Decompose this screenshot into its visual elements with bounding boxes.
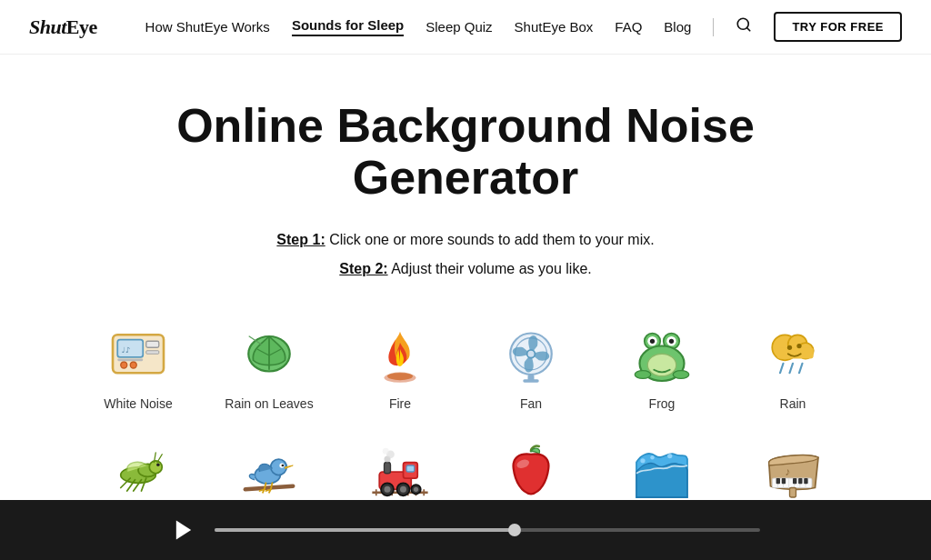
- search-icon: [736, 16, 752, 33]
- sound-item-fire[interactable]: Fire: [335, 313, 466, 422]
- svg-line-51: [245, 486, 294, 490]
- nav-divider: [713, 18, 714, 36]
- fan-label: Fan: [520, 396, 542, 411]
- svg-rect-94: [776, 478, 780, 484]
- svg-rect-8: [117, 359, 143, 362]
- svg-rect-4: [146, 342, 159, 348]
- svg-point-7: [130, 362, 136, 368]
- play-button[interactable]: [171, 517, 196, 543]
- svg-point-16: [387, 373, 413, 381]
- svg-point-27: [669, 339, 674, 344]
- svg-point-6: [121, 362, 127, 368]
- sound-item-white-noise[interactable]: ♩♪ White Noise: [73, 313, 204, 422]
- svg-point-85: [650, 455, 654, 459]
- svg-point-53: [271, 459, 287, 475]
- svg-point-84: [640, 459, 645, 464]
- svg-point-75: [383, 448, 389, 455]
- white-noise-icon: ♩♪: [106, 324, 170, 387]
- rain-on-leaves-label: Rain on Leaves: [225, 396, 313, 411]
- white-noise-label: White Noise: [104, 396, 172, 411]
- sound-item-frog[interactable]: Frog: [596, 313, 727, 422]
- svg-rect-72: [385, 463, 391, 474]
- svg-text:♩♪: ♩♪: [121, 345, 131, 355]
- sound-item-rain-on-leaves[interactable]: Rain on Leaves: [204, 313, 335, 422]
- frog-label: Frog: [649, 396, 676, 411]
- apple-icon: [499, 440, 563, 504]
- instructions: Step 1: Click one or more sounds to add …: [73, 225, 858, 284]
- ocean-sounds-icon: [630, 440, 694, 504]
- svg-rect-95: [782, 478, 786, 484]
- svg-rect-98: [804, 478, 807, 484]
- sound-item-fan[interactable]: Fan: [466, 313, 596, 422]
- svg-rect-97: [798, 478, 802, 484]
- svg-rect-21: [523, 380, 539, 384]
- svg-point-43: [149, 461, 162, 474]
- fire-label: Fire: [389, 396, 411, 411]
- rain-icon: [761, 324, 825, 387]
- step2-text: Adjust their volume as you like.: [388, 261, 592, 276]
- step1-label: Step 1:: [276, 232, 325, 247]
- nav-faq[interactable]: FAQ: [615, 19, 642, 35]
- progress-bar[interactable]: [215, 528, 760, 532]
- player-bar: [0, 500, 931, 560]
- svg-line-1: [747, 27, 750, 30]
- nav-how-it-works[interactable]: How ShutEye Works: [145, 19, 270, 35]
- svg-point-30: [635, 371, 651, 379]
- logo[interactable]: ShutEye: [29, 15, 97, 39]
- train-icon: [368, 440, 432, 504]
- try-for-free-button[interactable]: TRY FOR FREE: [774, 12, 902, 42]
- svg-line-40: [799, 364, 803, 374]
- fire-icon: [368, 324, 432, 387]
- fan-icon: [499, 324, 563, 387]
- svg-rect-96: [793, 478, 796, 484]
- nav-links: How ShutEye Works Sounds for Sleep Sleep…: [145, 12, 902, 42]
- search-button[interactable]: [736, 16, 752, 37]
- page-title: Online Background Noise Generator: [73, 100, 858, 204]
- nav-sounds-for-sleep[interactable]: Sounds for Sleep: [292, 17, 404, 36]
- svg-point-37: [796, 344, 801, 348]
- piano-icon: ♪: [761, 440, 825, 504]
- nav-shuteye-box[interactable]: ShutEye Box: [515, 19, 594, 35]
- svg-point-26: [650, 339, 655, 344]
- navbar: ShutEye How ShutEye Works Sounds for Sle…: [0, 0, 931, 55]
- svg-text:♪: ♪: [785, 465, 790, 478]
- svg-point-86: [667, 454, 672, 458]
- svg-line-38: [780, 364, 784, 374]
- sound-item-rain[interactable]: Rain: [727, 313, 858, 422]
- step2: Step 2: Adjust their volume as you like.: [73, 255, 858, 284]
- svg-rect-99: [790, 488, 796, 498]
- svg-point-82: [414, 487, 418, 492]
- svg-rect-5: [146, 351, 159, 355]
- svg-marker-101: [176, 521, 191, 540]
- svg-point-19: [527, 350, 536, 358]
- svg-point-55: [282, 465, 285, 467]
- cirkets-icon: [106, 440, 170, 504]
- step2-label: Step 2:: [339, 261, 387, 276]
- progress-fill: [215, 528, 515, 532]
- bird-icon: [237, 440, 301, 504]
- step1-text: Click one or more sounds to add them to …: [325, 232, 655, 247]
- svg-line-45: [157, 455, 162, 463]
- svg-point-80: [400, 486, 406, 493]
- svg-point-36: [787, 345, 792, 350]
- sound-grid-row1: ♩♪ White Noise Rain on Leaves: [73, 313, 858, 422]
- play-icon: [171, 517, 196, 543]
- main-content: Online Background Noise Generator Step 1…: [0, 55, 931, 538]
- svg-line-39: [790, 364, 794, 374]
- svg-point-78: [385, 486, 391, 493]
- rain-label: Rain: [780, 396, 806, 411]
- rain-on-leaves-icon: [237, 324, 301, 387]
- svg-point-44: [156, 464, 160, 467]
- nav-blog[interactable]: Blog: [664, 19, 691, 35]
- step1: Step 1: Click one or more sounds to add …: [73, 225, 858, 255]
- progress-thumb[interactable]: [508, 524, 521, 536]
- nav-sleep-quiz[interactable]: Sleep Quiz: [425, 19, 492, 35]
- frog-icon: [630, 324, 694, 387]
- svg-point-31: [673, 371, 689, 379]
- svg-rect-76: [406, 465, 415, 472]
